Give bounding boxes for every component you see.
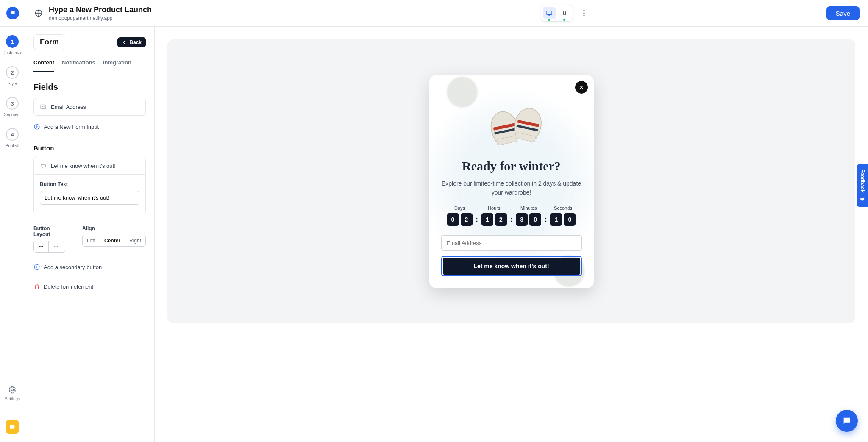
upgrade-button[interactable] <box>6 420 19 434</box>
add-input-label: Add a New Form Input <box>44 124 99 130</box>
countdown-label: Minutes <box>520 206 537 211</box>
button-text-input[interactable] <box>40 191 139 205</box>
colon-icon: : <box>510 216 512 226</box>
save-button[interactable]: Save <box>826 6 860 20</box>
step-customize[interactable]: 1 Customize <box>2 35 22 55</box>
step-number: 3 <box>6 97 19 110</box>
add-form-input-button[interactable]: Add a New Form Input <box>33 123 146 130</box>
popup-body: Explore our limited-time collection in 2… <box>441 179 582 197</box>
desktop-icon <box>546 10 553 17</box>
layout-full-width-button[interactable] <box>34 241 48 252</box>
svg-point-3 <box>564 14 565 15</box>
trash-icon <box>33 283 40 290</box>
arrow-left-icon <box>122 40 127 45</box>
tab-integration[interactable]: Integration <box>103 59 131 72</box>
countdown-digit: 2 <box>495 213 507 226</box>
step-label: Style <box>8 81 17 86</box>
kebab-menu-icon[interactable] <box>579 8 589 18</box>
device-preview-switch <box>541 5 573 22</box>
svg-rect-8 <box>41 105 46 108</box>
button-icon <box>40 162 47 169</box>
countdown-seconds: Seconds 1 0 <box>550 206 576 226</box>
button-text-label: Button Text <box>40 181 139 187</box>
plus-circle-icon <box>33 264 40 270</box>
step-publish[interactable]: 4 Publish <box>6 128 19 148</box>
svg-point-6 <box>583 15 584 16</box>
align-center-button[interactable]: Center <box>100 235 125 246</box>
gear-icon <box>8 386 17 394</box>
step-style[interactable]: 2 Style <box>6 66 19 86</box>
step-segment[interactable]: 3 Segment <box>4 97 21 117</box>
colon-icon: : <box>476 216 478 226</box>
button-row-text: Let me know when it's out! <box>51 163 116 169</box>
step-rail: 1 Customize 2 Style 3 Segment 4 Publish … <box>0 27 25 442</box>
canvas-frame: Ready for winter? Explore our limited-ti… <box>167 39 855 323</box>
feedback-tab[interactable]: Feedback <box>857 164 868 207</box>
tab-content[interactable]: Content <box>33 59 54 72</box>
align-toggle-group: Left Center Right <box>82 235 146 247</box>
countdown-digit: 3 <box>516 213 528 226</box>
device-mobile-button[interactable] <box>558 7 571 19</box>
popup-title: Ready for winter? <box>441 159 582 173</box>
button-heading: Button <box>33 145 146 152</box>
app-logo[interactable] <box>6 7 19 19</box>
field-label: Email Address <box>51 104 86 110</box>
arrows-horizontal-icon <box>38 244 44 250</box>
chat-fab[interactable] <box>836 410 858 432</box>
page-title: Hype a New Product Launch <box>49 6 152 14</box>
delete-label: Delete form element <box>44 284 93 290</box>
align-label: Align <box>82 225 146 231</box>
countdown-label: Hours <box>488 206 500 211</box>
sidebar-tabs: Content Notifications Integration <box>33 59 146 72</box>
mobile-icon <box>562 10 567 17</box>
svg-rect-1 <box>547 11 552 14</box>
page-domain: demopopupsmart.netlify.app <box>49 15 152 21</box>
close-icon <box>579 84 584 90</box>
countdown-row: Days 0 2 : Hours 1 2 : <box>441 206 582 226</box>
svg-point-5 <box>583 12 584 14</box>
step-label: Publish <box>6 143 19 148</box>
status-dot-icon <box>548 19 550 21</box>
align-left-button[interactable]: Left <box>83 235 100 246</box>
tab-notifications[interactable]: Notifications <box>62 59 95 72</box>
layout-fit-content-button[interactable] <box>48 241 63 252</box>
globe-icon <box>34 9 43 17</box>
fields-heading: Fields <box>33 82 146 92</box>
countdown-days: Days 0 2 <box>447 206 473 226</box>
editor-sidebar: Form Back Content Notifications Integrat… <box>25 27 155 442</box>
add-secondary-button[interactable]: Add a secondary button <box>33 264 146 270</box>
countdown-digit: 2 <box>461 213 473 226</box>
mail-icon <box>40 103 47 110</box>
step-number: 4 <box>6 128 19 141</box>
countdown-digit: 0 <box>529 213 541 226</box>
briefcase-icon <box>9 423 16 430</box>
countdown-digit: 0 <box>447 213 459 226</box>
settings-button[interactable]: Settings <box>5 386 20 401</box>
device-desktop-button[interactable] <box>543 7 556 19</box>
form-chip: Form <box>33 34 65 50</box>
status-dot-icon <box>563 19 565 21</box>
countdown-digit: 1 <box>481 213 493 226</box>
popup-close-button[interactable] <box>575 81 588 94</box>
delete-form-element-button[interactable]: Delete form element <box>33 283 146 290</box>
align-right-button[interactable]: Right <box>125 235 145 246</box>
main-layout: 1 Customize 2 Style 3 Segment 4 Publish … <box>0 27 868 442</box>
logo-area <box>0 7 25 19</box>
popup-preview: Ready for winter? Explore our limited-ti… <box>429 75 594 288</box>
countdown-hours: Hours 1 2 <box>481 206 507 226</box>
back-label: Back <box>129 39 142 45</box>
layout-toggle-group <box>33 241 65 253</box>
countdown-minutes: Minutes 3 0 <box>516 206 541 226</box>
svg-rect-10 <box>41 164 46 167</box>
countdown-label: Seconds <box>554 206 572 211</box>
button-card-header[interactable]: Let me know when it's out! <box>34 157 145 175</box>
preview-canvas: Ready for winter? Explore our limited-ti… <box>155 27 868 442</box>
popup-cta-button[interactable]: Let me know when it's out! <box>443 258 580 275</box>
chat-icon <box>842 416 851 425</box>
plus-circle-icon <box>33 123 40 130</box>
field-email-row[interactable]: Email Address <box>33 98 146 116</box>
step-label: Customize <box>2 50 22 55</box>
popup-email-input[interactable] <box>441 235 582 251</box>
colon-icon: : <box>545 216 547 226</box>
back-button[interactable]: Back <box>117 37 146 47</box>
